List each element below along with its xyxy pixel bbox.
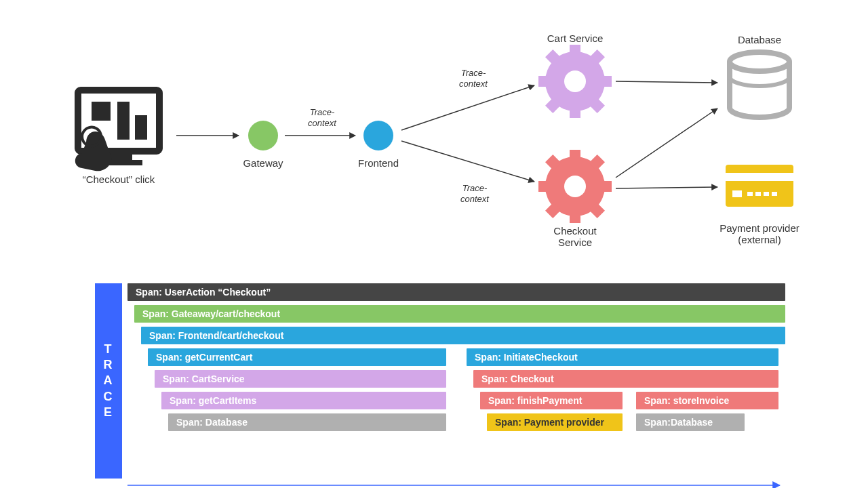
payment-provider-label: Payment provider (external) (705, 222, 814, 245)
svg-point-27 (730, 52, 789, 71)
span-bar: Span: getCartItems (161, 392, 446, 409)
span-bar: Span: Checkout (473, 370, 778, 388)
svg-rect-20 (538, 181, 551, 192)
svg-rect-31 (747, 192, 753, 196)
svg-rect-21 (599, 181, 612, 192)
svg-rect-1 (92, 102, 111, 121)
arrow-checkout-payment (616, 187, 717, 188)
svg-rect-9 (570, 106, 580, 118)
checkout-click-icon (68, 90, 159, 176)
checkout-click-label: “Checkout” click (64, 174, 173, 185)
svg-rect-19 (570, 211, 580, 223)
cart-service-label: Cart Service (521, 33, 629, 44)
svg-rect-2 (117, 102, 130, 140)
edge-label-fe-chk: Trace- context (448, 183, 502, 204)
payment-provider-node (726, 165, 793, 207)
svg-rect-3 (135, 115, 147, 140)
span-bar: Span: InitiateCheckout (467, 348, 778, 366)
svg-rect-18 (570, 150, 580, 162)
svg-rect-34 (772, 192, 777, 196)
arrow-frontend-cart (401, 85, 534, 130)
edge-label-gw-fe: Trace- context (295, 107, 349, 128)
span-bar: Span: Frontend/cart/checkout (141, 327, 785, 344)
span-bar: Span: Database (168, 413, 446, 431)
arrow-checkout-db (616, 108, 717, 178)
svg-rect-29 (726, 173, 793, 181)
span-bar: Span: Gateaway/cart/checkout (134, 305, 785, 323)
database-label: Database (705, 34, 814, 45)
frontend-label: Frontend (324, 157, 433, 169)
cart-service-node (538, 45, 612, 118)
span-bar: Span: UserAction “Checkout” (127, 283, 785, 301)
span-bar: Span: storeInvoice (636, 392, 778, 409)
arrow-cart-db (616, 81, 717, 83)
span-bar: Span:Database (636, 413, 745, 431)
frontend-node (363, 121, 393, 150)
edge-label-fe-cart: Trace- context (446, 68, 500, 89)
span-bar: Span: Payment provider (487, 413, 623, 431)
svg-rect-30 (732, 190, 742, 197)
svg-point-26 (564, 176, 586, 197)
trace-rail: TRACE (95, 283, 122, 479)
svg-rect-28 (726, 165, 793, 207)
checkout-service-node (538, 150, 612, 223)
svg-rect-8 (570, 45, 580, 57)
gateway-node (248, 121, 278, 150)
gateway-label: Gateway (209, 157, 317, 169)
span-bar: Span: getCurrentCart (148, 348, 446, 366)
svg-rect-33 (764, 192, 769, 196)
svg-rect-32 (755, 192, 761, 196)
svg-point-16 (564, 70, 586, 92)
span-bar: Span: finishPayment (480, 392, 623, 409)
svg-rect-11 (599, 76, 612, 87)
svg-rect-10 (538, 76, 551, 87)
database-node (730, 52, 789, 117)
checkout-service-label: Checkout Service (521, 225, 629, 248)
span-bar: Span: CartService (155, 370, 446, 388)
